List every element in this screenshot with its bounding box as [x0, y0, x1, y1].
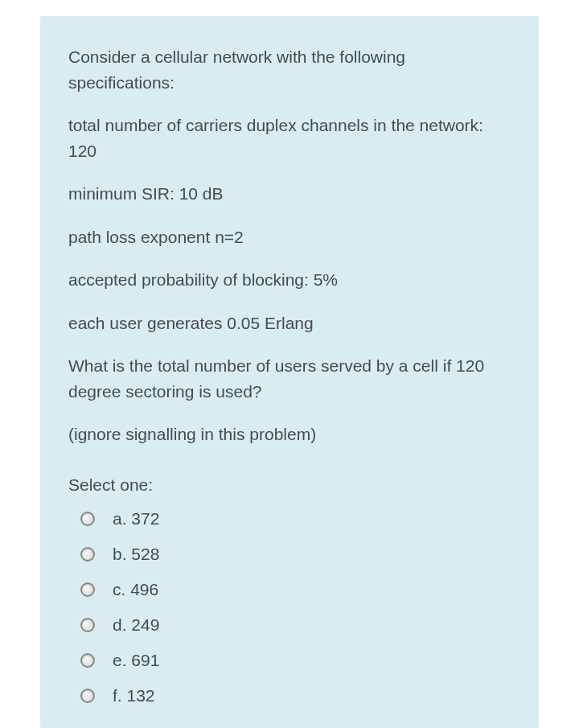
radio-button[interactable] [80, 689, 95, 703]
option-letter: a. [113, 509, 127, 528]
option-letter: f. [113, 686, 122, 705]
option-label[interactable]: d. 249 [113, 615, 159, 635]
option-letter: e. [113, 651, 127, 669]
question-paragraph: total number of carriers duplex channels… [68, 113, 511, 163]
option-value: 132 [127, 686, 155, 705]
option-value: 496 [130, 580, 158, 598]
question-paragraph: What is the total number of users served… [68, 353, 511, 404]
question-paragraph: each user generates 0.05 Erlang [68, 311, 511, 336]
question-paragraph: minimum SIR: 10 dB [68, 181, 511, 207]
option-row[interactable]: e. 691 [68, 651, 511, 670]
question-paragraph: path loss exponent n=2 [68, 224, 511, 250]
question-text: Consider a cellular network with the fol… [68, 44, 511, 447]
option-label[interactable]: f. 132 [113, 686, 155, 705]
radio-button[interactable] [80, 653, 95, 668]
option-row[interactable]: a. 372 [68, 509, 511, 529]
option-row[interactable]: f. 132 [68, 686, 511, 705]
question-box: Consider a cellular network with the fol… [40, 16, 539, 728]
option-letter: d. [113, 615, 127, 634]
option-label[interactable]: a. 372 [113, 509, 159, 529]
question-paragraph: Consider a cellular network with the fol… [68, 44, 511, 95]
option-label[interactable]: b. 528 [113, 545, 159, 564]
option-letter: b. [113, 545, 127, 563]
question-paragraph: accepted probability of blocking: 5% [68, 267, 511, 293]
option-row[interactable]: c. 496 [68, 580, 511, 599]
option-row[interactable]: b. 528 [68, 545, 511, 564]
select-one-label: Select one: [68, 475, 511, 495]
radio-button[interactable] [80, 582, 95, 597]
option-label[interactable]: e. 691 [113, 651, 159, 670]
option-row[interactable]: d. 249 [68, 615, 511, 635]
radio-button[interactable] [80, 547, 95, 561]
option-value: 249 [131, 615, 159, 634]
radio-button[interactable] [80, 618, 95, 632]
question-paragraph: (ignore signalling in this problem) [68, 422, 511, 447]
option-value: 372 [131, 509, 159, 528]
option-value: 528 [131, 545, 159, 563]
radio-button[interactable] [80, 512, 95, 526]
option-letter: c. [113, 580, 125, 598]
option-value: 691 [131, 651, 159, 669]
option-label[interactable]: c. 496 [113, 580, 158, 599]
